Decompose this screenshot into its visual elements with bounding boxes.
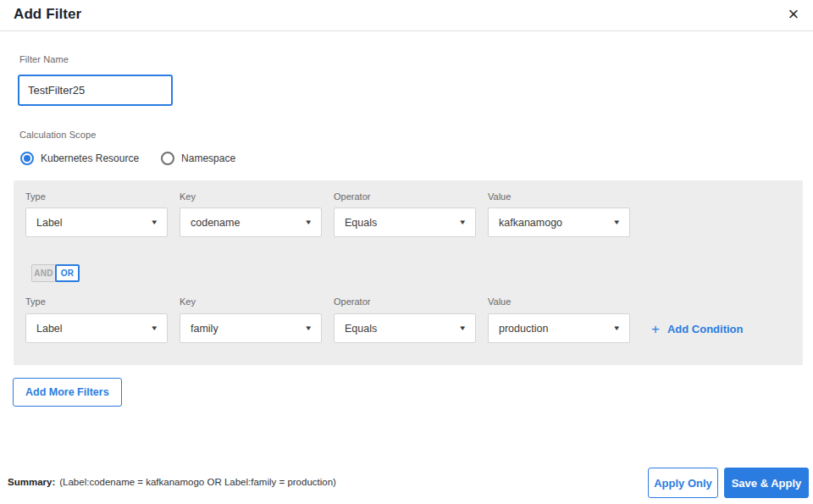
value-select-value: production [499, 323, 548, 335]
type-select[interactable]: Label ▾ [25, 313, 168, 343]
filter-name-label: Filter Name [19, 54, 69, 64]
value-select[interactable]: kafkanamogo ▾ [488, 208, 630, 237]
radio-option-namespace[interactable]: Namespace [161, 152, 235, 165]
conditions-panel: Type Key Operator Value Label ▾ codename… [14, 180, 803, 365]
close-icon[interactable]: × [781, 2, 806, 27]
chevron-down-icon: ▾ [461, 324, 466, 332]
chevron-down-icon: ▾ [152, 219, 158, 226]
type-select[interactable]: Label ▾ [25, 208, 168, 237]
chevron-down-icon: ▾ [461, 219, 466, 226]
radio-label[interactable]: Namespace [181, 152, 235, 164]
add-condition-button[interactable]: + Add Condition [651, 319, 743, 338]
add-more-filters-button[interactable]: Add More Filters [13, 378, 122, 407]
value-label: Value [488, 296, 511, 307]
calculation-scope-label: Calculation Scope [19, 130, 96, 140]
key-select-value: family [191, 323, 218, 335]
value-select[interactable]: production ▾ [488, 313, 630, 343]
operator-select-value: Equals [345, 217, 377, 229]
type-select-value: Label [36, 323, 63, 335]
key-select[interactable]: family ▾ [180, 313, 322, 343]
logic-or-button[interactable]: OR [55, 264, 80, 282]
type-select-value: Label [36, 217, 63, 229]
operator-label: Operator [334, 191, 370, 202]
key-label: Key [180, 296, 196, 307]
plus-icon: + [651, 322, 660, 336]
dialog-title: Add Filter [14, 6, 81, 23]
chevron-down-icon: ▾ [307, 219, 312, 226]
chevron-down-icon: ▾ [615, 324, 620, 332]
save-and-apply-button[interactable]: Save & Apply [724, 468, 809, 498]
operator-label: Operator [334, 296, 370, 307]
radio-label[interactable]: Kubernetes Resource [41, 152, 139, 164]
operator-select[interactable]: Equals ▾ [334, 208, 476, 237]
value-label: Value [488, 191, 511, 202]
value-select-value: kafkanamogo [499, 217, 562, 229]
dialog-header: Add Filter × [0, 0, 813, 31]
key-label: Key [180, 191, 196, 202]
calculation-scope-radio-group: Kubernetes Resource Namespace [20, 151, 235, 166]
add-condition-label: Add Condition [667, 323, 744, 335]
radio-selected-icon[interactable] [20, 152, 34, 165]
summary-label: Summary: [8, 477, 55, 487]
chevron-down-icon: ▾ [615, 219, 620, 226]
summary-value: (Label:codename = kafkanamogo OR Label:f… [59, 477, 336, 487]
radio-option-kubernetes-resource[interactable]: Kubernetes Resource [20, 152, 139, 165]
chevron-down-icon: ▾ [152, 324, 158, 332]
operator-select-value: Equals [345, 323, 377, 335]
radio-dot [24, 155, 30, 162]
apply-only-button[interactable]: Apply Only [648, 468, 718, 498]
operator-select[interactable]: Equals ▾ [334, 313, 476, 343]
key-select-value: codename [191, 217, 240, 229]
summary-text: Summary:(Label:codename = kafkanamogo OR… [8, 477, 336, 487]
chevron-down-icon: ▾ [307, 324, 312, 332]
logic-toggle: AND OR [31, 264, 80, 282]
key-select[interactable]: codename ▾ [180, 208, 322, 237]
logic-and-button[interactable]: AND [31, 264, 56, 282]
type-label: Type [25, 296, 46, 307]
filter-name-input[interactable] [18, 75, 173, 106]
type-label: Type [25, 191, 46, 202]
radio-unselected-icon[interactable] [161, 152, 174, 165]
